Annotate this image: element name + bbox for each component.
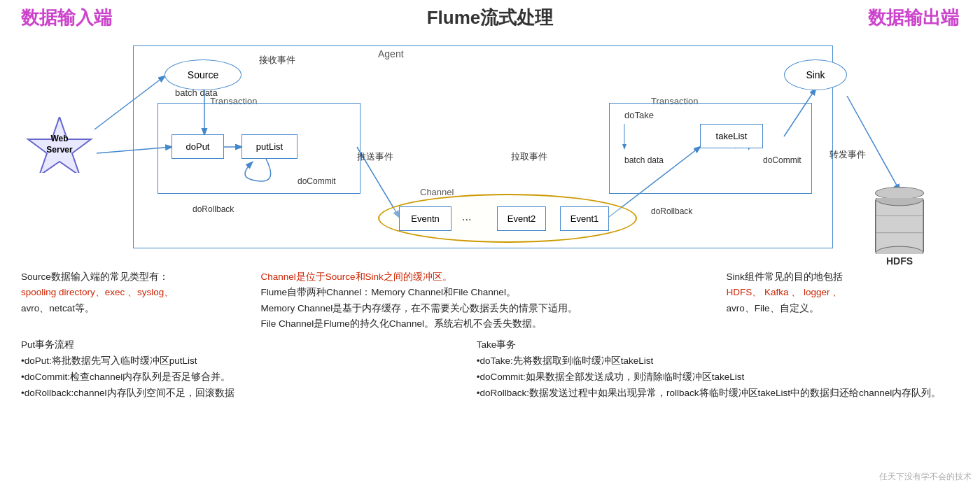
event1-label: Event1 <box>570 213 598 224</box>
eventn-label: Eventn <box>411 213 439 224</box>
laqv-label: 拉取事件 <box>511 150 547 163</box>
watermark: 任天下没有学不会的技术 <box>879 471 972 483</box>
channel-line2: Flume自带两种Channel：Memory Channel和File Cha… <box>261 285 713 300</box>
web-server: WebServer <box>24 117 94 173</box>
sink-line2: HDFS、 Kafka 、 logger 、 <box>727 285 953 300</box>
header-left: 数据输入端 <box>21 6 112 30</box>
dorollback-right-label: doRollback <box>651 206 692 216</box>
putlist-box: putList <box>241 134 298 159</box>
hdfs-container: HDFS <box>875 187 924 267</box>
doput-box: doPut <box>172 134 224 159</box>
sink-line1: Sink组件常见的目的地包括 <box>727 269 953 285</box>
put-section: Put事务流程 •doPut:将批数据先写入临时缓冲区putList •doCo… <box>0 332 980 402</box>
bottom-section: Source数据输入端的常见类型有： spooling directory、ex… <box>0 264 980 332</box>
put-title: Put事务流程 <box>21 337 360 353</box>
eventn-box: Eventn <box>399 206 451 231</box>
source-line2: spooling directory、exec 、syslog、 <box>21 285 247 300</box>
tuisong-label: 推送事件 <box>357 150 393 163</box>
takelist-label: takeList <box>716 131 748 141</box>
put-col: Put事务流程 •doPut:将批数据先写入临时缓冲区putList •doCo… <box>21 337 368 402</box>
event2-box: Event2 <box>497 206 546 231</box>
takelist-box: takeList <box>700 124 763 148</box>
doput-label: doPut <box>186 141 210 152</box>
bottom-col-source: Source数据输入端的常见类型有： spooling directory、ex… <box>21 269 254 332</box>
put-line2: •doCommit:检查channel内存队列是否足够合并。 <box>21 369 360 386</box>
hdfs-label: HDFS <box>886 255 913 267</box>
zhuanfa-label: 转发事件 <box>830 148 866 161</box>
batch-data-top-label: batch data <box>175 87 218 98</box>
dotake-label: doTake <box>624 110 654 120</box>
diagram-area: Agent WebServer Source Sink Transaction … <box>21 33 959 264</box>
take-title: Take事务 <box>477 337 952 353</box>
source-line1: Source数据输入端的常见类型有： <box>21 269 247 285</box>
channel-line4: File Channel是Flume的持久化Channel。系统宕机不会丢失数据… <box>261 316 713 332</box>
channel-line3: Memory Channel是基于内存缓存，在不需要关心数据丢失的情景下适用。 <box>261 301 713 316</box>
dots-label: ··· <box>462 213 471 226</box>
top-headers: 数据输入端 Flume流式处理 数据输出端 <box>0 0 980 30</box>
source-line3: avro、netcat等。 <box>21 301 247 316</box>
sink-ellipse: Sink <box>784 59 847 90</box>
docommit-right-label: doCommit <box>763 155 802 165</box>
take-line3: •doRollback:数据发送过程中如果出现异常，rollback将临时缓冲区… <box>477 386 952 402</box>
put-line1: •doPut:将批数据先写入临时缓冲区putList <box>21 353 360 369</box>
sink-red-text: HDFS、 Kafka 、 logger 、 <box>727 287 843 297</box>
take-line2: •doCommit:如果数据全部发送成功，则清除临时缓冲区takeList <box>477 369 952 386</box>
take-line1: •doTake:先将数据取到临时缓冲区takeList <box>477 353 952 369</box>
bottom-col-channel: Channel是位于Source和Sink之间的缓冲区。 Flume自带两种Ch… <box>254 269 720 332</box>
channel-red-text: Channel是位于Source和Sink之间的缓冲区。 <box>261 271 452 282</box>
channel-line1: Channel是位于Source和Sink之间的缓冲区。 <box>261 269 713 285</box>
batch-data-right-label: batch data <box>624 155 664 165</box>
event2-label: Event2 <box>507 213 536 224</box>
source-label: Source <box>188 69 218 80</box>
take-col: Take事务 •doTake:先将数据取到临时缓冲区takeList •doCo… <box>470 337 959 402</box>
source-ellipse: Source <box>164 59 241 90</box>
event1-box: Event1 <box>560 206 609 231</box>
svg-rect-10 <box>876 199 923 253</box>
bottom-col-sink: Sink组件常见的目的地包括 HDFS、 Kafka 、 logger 、 av… <box>720 269 960 332</box>
hdfs-cylinder <box>875 198 924 254</box>
header-right: 数据输出端 <box>868 6 959 30</box>
sink-line3: avro、File、自定义。 <box>727 301 953 316</box>
docommit-left-label: doCommit <box>298 176 336 186</box>
header-center: Flume流式处理 <box>427 6 554 30</box>
putlist-label: putList <box>256 141 283 152</box>
dorollback-left-label: doRollback <box>192 204 234 214</box>
jieshou-label: 接收事件 <box>259 54 295 66</box>
svg-line-7 <box>847 96 899 190</box>
source-red-text: spooling directory、exec 、syslog、 <box>21 287 174 297</box>
sink-label: Sink <box>806 69 825 80</box>
put-line3: •doRollback:channel内存队列空间不足，回滚数据 <box>21 386 360 402</box>
